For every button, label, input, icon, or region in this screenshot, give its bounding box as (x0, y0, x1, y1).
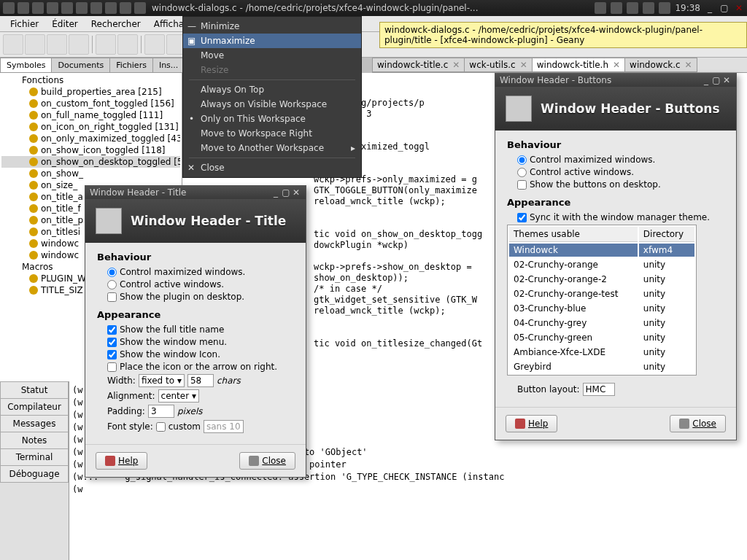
context-menu-item[interactable]: Only on This Workspace (183, 112, 361, 126)
editor-tab[interactable]: wck-utils.c✕ (464, 58, 532, 72)
show-plugin-desktop-check[interactable] (107, 292, 117, 302)
bottom-tab[interactable]: Messages (0, 415, 69, 432)
toolbar-saveall[interactable] (69, 34, 89, 55)
width-value-input[interactable] (187, 374, 214, 387)
theme-row[interactable]: 05-Crunchy-greenunity (509, 331, 694, 344)
toolbar-close[interactable] (117, 34, 138, 55)
tree-function[interactable]: on_custom_font_toggled [156] (1, 98, 180, 109)
show-full-title-check[interactable] (107, 325, 117, 335)
toolbar-new[interactable] (3, 34, 23, 55)
bottom-tab[interactable]: Terminal (0, 448, 69, 466)
volume-icon[interactable] (659, 2, 670, 14)
context-menu-item[interactable]: ✕Close (183, 160, 361, 175)
icon-on-right-check[interactable] (107, 362, 117, 372)
bottom-tab[interactable]: Statut (0, 381, 69, 399)
help-button[interactable]: Help (96, 452, 147, 470)
context-menu-item[interactable]: Move (183, 48, 361, 63)
tray-icon[interactable] (595, 2, 606, 14)
tab-close-icon[interactable]: ✕ (613, 60, 620, 70)
tab-close-icon[interactable]: ✕ (452, 60, 460, 70)
theme-row[interactable]: 02-Crunchy-orange-testunity (509, 287, 694, 300)
dialog-minimize-button[interactable]: _ (701, 75, 711, 85)
theme-row[interactable]: Windowckxfwm4 (509, 244, 694, 257)
sidebar-tab-files[interactable]: Fichiers (109, 58, 153, 72)
control-active-radio[interactable] (107, 280, 117, 289)
context-menu-item[interactable]: Move to Another Workspace▸ (183, 141, 361, 155)
message-tabs: StatutCompilateurMessagesNotesTerminalDé… (0, 381, 69, 560)
sidebar-tab-documents[interactable]: Documents (51, 58, 110, 72)
theme-row[interactable]: 04-Crunchy-greyunity (509, 316, 694, 330)
show-window-icon-check[interactable] (107, 350, 117, 359)
bottom-tab[interactable]: Notes (0, 432, 69, 449)
font-chooser-button[interactable]: sans 10 (204, 420, 244, 433)
editor-tab[interactable]: windowck.c✕ (624, 58, 697, 72)
context-menu-item[interactable]: Move to Workspace Right (183, 126, 361, 141)
tray-icon[interactable] (643, 2, 654, 14)
minimize-button[interactable]: _ (705, 3, 715, 13)
tree-function[interactable]: on_show_on_desktop_toggled [50] (1, 156, 180, 168)
maximize-button[interactable]: ▢ (719, 3, 729, 13)
tree-function[interactable]: on_show_ (1, 168, 180, 179)
padding-unit-label: pixels (177, 406, 203, 416)
tab-close-icon[interactable]: ✕ (520, 60, 527, 70)
sync-theme-check[interactable] (517, 213, 527, 222)
panel-window-title[interactable]: windowck-dialogs.c - /home/cedric/projet… (146, 3, 595, 13)
menu-file[interactable]: Fichier (4, 18, 44, 31)
button-layout-input[interactable] (583, 383, 615, 396)
toolbar-save[interactable] (47, 34, 67, 55)
tree-function[interactable]: build_properties_area [215] (1, 86, 180, 98)
sidebar-tab-symbols[interactable]: Symboles (0, 58, 52, 72)
context-menu-item[interactable]: Always on Visible Workspace (183, 97, 361, 112)
themes-table[interactable]: Themes usableDirectory Windowckxfwm402-C… (507, 225, 697, 376)
editor-tab[interactable]: windowck-title.c✕ (372, 58, 465, 72)
tree-function[interactable]: on_icon_on_right_toggled [131] (1, 121, 180, 133)
panel-clock[interactable]: 19:38 (675, 3, 700, 13)
font-custom-check[interactable] (156, 422, 166, 432)
dialog-maximize-button[interactable]: ▢ (711, 75, 721, 85)
context-menu-item[interactable]: Always On Top (183, 82, 361, 97)
toolbar-open[interactable] (25, 34, 45, 55)
panel-launchers[interactable] (3, 2, 146, 14)
dialog-maximize-button[interactable]: ▢ (281, 187, 291, 198)
bottom-tab[interactable]: Compilateur (0, 398, 69, 416)
theme-row[interactable]: Greybirdunity (509, 360, 694, 373)
context-menu-item[interactable]: —Minimize (183, 19, 361, 34)
show-buttons-desktop-check[interactable] (517, 180, 527, 190)
tree-function[interactable]: on_show_icon_toggled [118] (1, 144, 180, 156)
dialog-minimize-button[interactable]: _ (271, 187, 281, 198)
tab-close-icon[interactable]: ✕ (685, 60, 692, 70)
dialog-close-button[interactable]: ✕ (291, 187, 301, 198)
tree-function[interactable]: on_only_maximized_toggled [43] (1, 133, 180, 144)
width-mode-select[interactable]: fixed to ▾ (139, 374, 185, 387)
alignment-select[interactable]: center ▾ (158, 389, 199, 402)
close-button[interactable]: Close (239, 452, 295, 470)
tray-icon[interactable] (627, 2, 638, 14)
show-window-icon-label: Show the window Icon. (120, 349, 220, 359)
tray-icon[interactable] (611, 2, 622, 14)
theme-row[interactable]: Ambiance-Xfce-LXDEunity (509, 346, 694, 359)
dialog-close-button[interactable]: ✕ (721, 75, 732, 85)
tree-group[interactable]: Fonctions (1, 74, 180, 86)
padding-input[interactable] (148, 405, 174, 418)
themes-col-name[interactable]: Themes usable (509, 227, 638, 242)
show-window-menu-check[interactable] (107, 338, 117, 347)
tree-function[interactable]: on_full_name_toggled [111] (1, 109, 180, 121)
theme-row[interactable]: 02-Crunchy-orangeunity (509, 258, 694, 271)
themes-col-dir[interactable]: Directory (639, 227, 694, 242)
theme-row[interactable]: 02-Crunchy-orange-2unity (509, 273, 694, 286)
menu-edit[interactable]: Éditer (46, 18, 84, 31)
toolbar-reload[interactable] (96, 34, 116, 55)
theme-row[interactable]: 03-Crunchy-blueunity (509, 302, 694, 315)
close-button[interactable]: ✕ (734, 3, 744, 13)
control-active-radio[interactable] (517, 168, 527, 177)
close-button[interactable]: Close (670, 415, 726, 432)
control-maximized-radio[interactable] (107, 268, 117, 277)
bottom-tab[interactable]: Déboguage (0, 465, 69, 483)
toolbar-back[interactable] (144, 34, 165, 55)
menu-search[interactable]: Rechercher (85, 18, 147, 31)
editor-tab[interactable]: windowck-title.h✕ (532, 58, 625, 72)
control-maximized-radio[interactable] (517, 155, 527, 165)
sidebar-tab-more[interactable]: Ins... (152, 58, 185, 72)
help-button[interactable]: Help (506, 415, 557, 432)
context-menu-item[interactable]: ▣Unmaximize (183, 34, 361, 48)
